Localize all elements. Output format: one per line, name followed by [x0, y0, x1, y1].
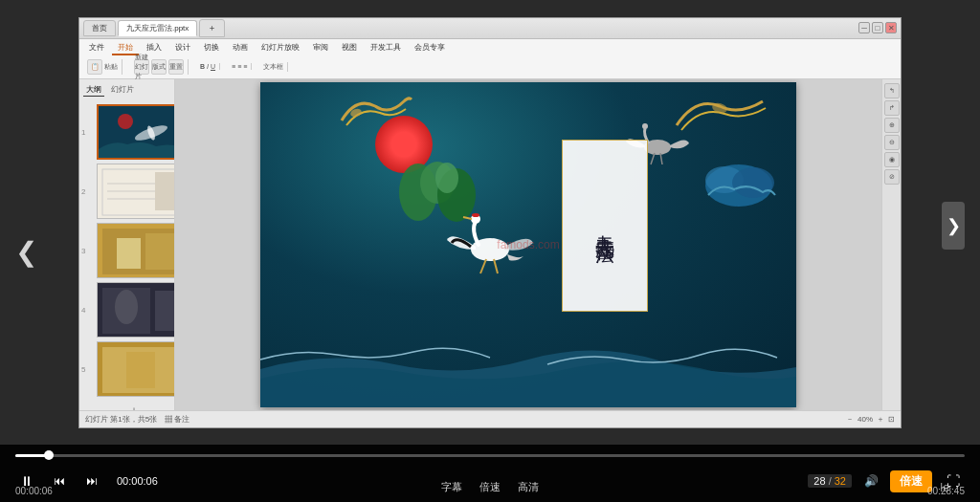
- right-tool-6[interactable]: ⊘: [884, 169, 900, 185]
- thumb-3-wrapper: 3: [97, 223, 170, 278]
- volume-icon: 🔊: [864, 474, 879, 488]
- notes-toggle[interactable]: ▦ 备注: [165, 414, 189, 425]
- main-slide[interactable]: 九天应元雷法 famods.com: [260, 82, 796, 407]
- next-btn[interactable]: ⏭: [80, 469, 103, 492]
- right-tool-1[interactable]: ↰: [884, 83, 900, 98]
- slide-thumb-1[interactable]: [97, 104, 175, 160]
- slide-thumb-5[interactable]: [97, 341, 175, 397]
- svg-point-29: [435, 163, 458, 193]
- fit-btn[interactable]: ⊡: [888, 415, 895, 424]
- tab-slideshow[interactable]: 幻灯片放映: [256, 41, 305, 55]
- nav-right-icon: ❯: [947, 215, 961, 236]
- add-tab[interactable]: ＋: [199, 19, 225, 37]
- subtitle-btn[interactable]: 字幕: [441, 480, 462, 494]
- gold-swirl-top-left: [337, 92, 413, 130]
- align-right-btn[interactable]: ≡: [243, 63, 247, 70]
- slide-thumb-4[interactable]: [97, 282, 175, 338]
- tab-design[interactable]: 设计: [169, 41, 196, 55]
- align-center-btn[interactable]: ≡: [237, 63, 241, 70]
- speed-beisu-btn[interactable]: 倍速: [890, 470, 932, 492]
- close-btn[interactable]: ✕: [885, 22, 897, 33]
- blue-cloud-right: [701, 159, 777, 211]
- right-tool-4[interactable]: ⊖: [884, 135, 900, 150]
- paste-btn[interactable]: 📋: [87, 59, 102, 75]
- zoom-out-btn[interactable]: －: [846, 414, 854, 425]
- thumb-4-wrapper: 4: [97, 282, 170, 338]
- thumb-2-wrapper: 2: [97, 164, 170, 219]
- zoom-in-btn[interactable]: ＋: [877, 414, 884, 425]
- svg-point-25: [732, 167, 774, 198]
- add-slide-icon[interactable]: ＋: [126, 402, 142, 410]
- status-bar-right: － 40% ＋ ⊡: [846, 414, 895, 425]
- new-slide-btn[interactable]: 新建幻灯片: [134, 59, 149, 75]
- tab-review[interactable]: 审阅: [307, 41, 334, 55]
- main-crane: [442, 207, 538, 283]
- tab-view[interactable]: 视图: [336, 41, 363, 55]
- slide-num-4: 4: [81, 305, 85, 314]
- underline-btn[interactable]: U: [211, 63, 215, 70]
- thumb-5-wrapper: 5: [97, 341, 170, 397]
- reset-btn[interactable]: 重置: [168, 59, 184, 75]
- bold-btn[interactable]: B: [200, 63, 205, 70]
- slide-total-num: 32: [835, 475, 846, 487]
- progress-dot: [44, 450, 54, 460]
- nav-right-arrow[interactable]: ❯: [942, 202, 965, 250]
- svg-rect-20: [126, 352, 155, 388]
- app-tab-2[interactable]: 九天应元雷法.pptx: [118, 20, 197, 36]
- slide-num-5: 5: [81, 364, 85, 373]
- panel-tab-outline[interactable]: 大纲: [83, 83, 104, 97]
- svg-point-32: [472, 213, 479, 217]
- ribbon: 文件 开始 插入 设计 切换 动画 幻灯片放映 审阅 视图 开发工具 会员专享 …: [79, 39, 901, 79]
- slide-title-text: 九天应元雷法: [591, 220, 618, 231]
- right-tool-3[interactable]: ⊕: [884, 118, 900, 133]
- add-slide-area[interactable]: ＋: [97, 401, 170, 410]
- slide-num-1: 1: [81, 127, 85, 136]
- bottom-time-left-label: 00:00:06: [15, 486, 53, 496]
- align-left-btn[interactable]: ≡: [232, 63, 235, 70]
- minimize-btn[interactable]: ─: [858, 22, 870, 33]
- time-current: 00:00:06: [117, 475, 158, 487]
- volume-btn[interactable]: 🔊: [861, 471, 880, 491]
- thumb-2-content: [98, 164, 175, 218]
- ribbon-tools: 📋 粘贴 新建幻灯片 版式 重置 B I U ≡: [83, 57, 897, 76]
- nav-left-arrow[interactable]: ❮: [15, 235, 37, 267]
- tab-animation[interactable]: 动画: [227, 41, 254, 55]
- title-bar-tabs: 首页 九天应元雷法.pptx ＋: [83, 19, 858, 37]
- svg-line-37: [651, 153, 655, 164]
- maximize-btn[interactable]: □: [872, 22, 883, 33]
- slide-thumb-3[interactable]: [97, 223, 175, 278]
- clipboard-label: 粘贴: [104, 62, 118, 72]
- slide-num-display: 28 / 32: [808, 474, 852, 488]
- svg-line-38: [660, 153, 662, 164]
- layout-btn[interactable]: 版式: [151, 59, 167, 75]
- slide-divider: /: [829, 475, 832, 487]
- text-box-ribbon-group: 文本框: [259, 62, 288, 72]
- tab-dev[interactable]: 开发工具: [365, 41, 407, 55]
- right-tool-5[interactable]: ◉: [884, 152, 900, 167]
- thumb-3-content: [98, 224, 175, 277]
- text-box-btn[interactable]: 文本框: [263, 62, 283, 72]
- svg-line-33: [480, 259, 486, 273]
- tab-file[interactable]: 文件: [83, 41, 110, 55]
- slides-panel: 大纲 幻灯片 1: [79, 79, 175, 410]
- right-tool-2[interactable]: ↱: [884, 100, 900, 116]
- slides-group: 新建幻灯片 版式 重置: [130, 59, 189, 75]
- ppt-window: 首页 九天应元雷法.pptx ＋ ─ □ ✕ 文件 开始 插入 设计 切换: [78, 17, 902, 428]
- title-bar: 首页 九天应元雷法.pptx ＋ ─ □ ✕: [79, 18, 901, 39]
- app-tab-1[interactable]: 首页: [83, 20, 116, 36]
- speed-text-btn[interactable]: 倍速: [479, 480, 501, 494]
- slide-thumb-2[interactable]: [97, 164, 175, 219]
- water-waves: [260, 331, 796, 407]
- panel-tab-slides[interactable]: 幻灯片: [108, 83, 137, 97]
- tab-member[interactable]: 会员专享: [409, 41, 451, 55]
- thumb-2-svg: [98, 164, 175, 218]
- svg-point-16: [115, 290, 138, 324]
- thumb-1-wrapper: 1: [97, 104, 170, 160]
- progress-bar-container[interactable]: [15, 445, 965, 460]
- hd-btn[interactable]: 高清: [518, 480, 539, 494]
- svg-rect-13: [145, 233, 174, 270]
- thumb-4-content: [98, 283, 175, 337]
- italic-btn[interactable]: I: [207, 63, 209, 70]
- progress-track[interactable]: [15, 454, 965, 457]
- tab-transition[interactable]: 切换: [198, 41, 225, 55]
